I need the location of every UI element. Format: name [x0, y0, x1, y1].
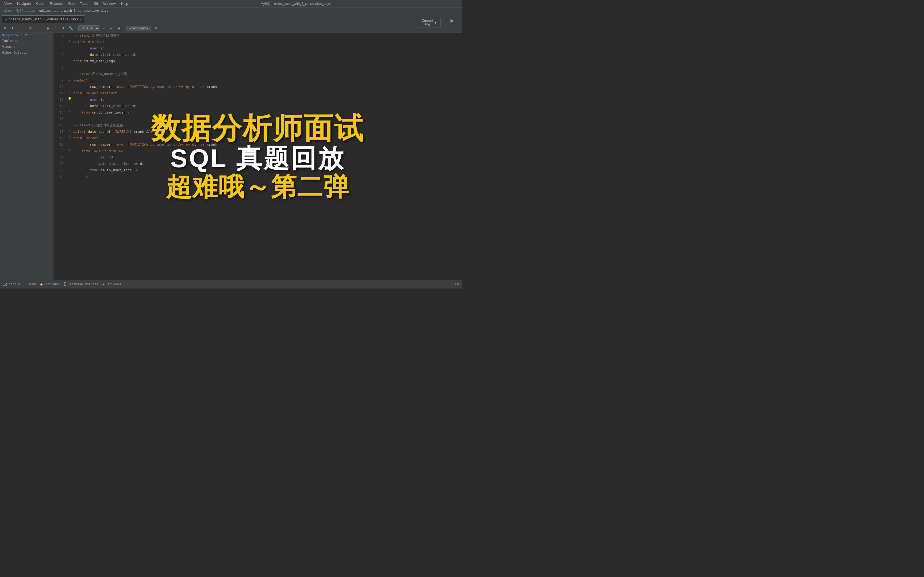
menu-git[interactable]: Git [91, 1, 100, 6]
db-changes-label: Database Changes [68, 283, 99, 286]
fold-icon-20[interactable]: ▼ [69, 148, 71, 153]
toolbar-table[interactable]: ⊞ [153, 25, 159, 31]
code-line-6: 6 from cm.tb_user_logs [53, 58, 462, 64]
toolbar-wrench[interactable]: 🔧 [68, 25, 74, 31]
playground-chevron: ▾ [147, 26, 149, 30]
fold-icon-9[interactable]: ▼ [73, 79, 75, 82]
toolbar-circle[interactable]: ● [60, 25, 66, 31]
code-line-24: 24 ) b; [53, 174, 462, 180]
status-encoding[interactable]: ▾ cm [451, 282, 459, 286]
secondary-toolbar: ≡ ⬇ ⬆ ⚙ ─ ▶ ⏱ ● 🔧 Tx: Auto ✓ ↩ ◼ Playgro… [0, 24, 462, 32]
code-line-18: 18 ▼ from (select *, [53, 135, 462, 142]
breadcrumb-bar: roles / MySQLLocal / online_users_with_3… [0, 8, 462, 15]
code-line-3: 3 ▼ select distinct [53, 39, 462, 45]
tab-main[interactable]: ◈ online_users_with_3_consecutive_days ✕ [2, 16, 85, 23]
toolbar-revert[interactable]: ↩ [108, 25, 115, 31]
menu-help[interactable]: Help [119, 1, 131, 6]
sidebar-header: MySQLLocal 1 of 5 [0, 32, 53, 38]
sidebar-section-tables[interactable]: Tables 6 [0, 38, 53, 44]
problems-dot [40, 284, 42, 285]
toolbar-run-btn[interactable]: ▶ [45, 25, 51, 31]
toolbar-stop[interactable]: ◼ [116, 25, 122, 31]
sidebar-section-views[interactable]: Views 1 [0, 44, 53, 50]
toolbar-btn-1[interactable]: ≡ [2, 25, 8, 31]
window-title: MySQL - online_users_with_3_consecutive_… [131, 2, 460, 6]
code-line-2: 2 -- step1:用户登录日期去重 [53, 32, 462, 39]
fold-icon-14[interactable]: ▼ [69, 110, 71, 114]
code-line-4: 4 user_id, [53, 45, 462, 52]
services-icon: ▶ [103, 282, 105, 286]
tab-toolbar: ◈ online_users_with_3_consecutive_days ✕… [0, 15, 462, 24]
current-file-chevron: ▾ [435, 21, 436, 24]
status-services[interactable]: ▶ Services [103, 282, 121, 286]
sidebar-tables-count: 6 [15, 40, 17, 43]
menu-refactor[interactable]: Refactor [48, 1, 65, 6]
breadcrumb-file[interactable]: online_users_with_3_consecutive_days [39, 9, 108, 13]
status-git[interactable]: ⎇ ctrl+o [3, 282, 20, 287]
status-todo[interactable]: ☰ TODO [24, 282, 36, 286]
code-line-17: 17 ▼ select date_sub(dt, INTERVAL xrank … [53, 129, 462, 135]
code-line-8: 8 -- step2:用row_number()计数 [53, 71, 462, 77]
playground-label: Playground [129, 26, 146, 30]
menu-view[interactable]: View [2, 1, 14, 6]
code-line-5: 5 date(visit_time) as dt [53, 52, 462, 58]
editor-container: 2 -- step1:用户登录日期去重 3 ▼ select distinct … [53, 32, 462, 280]
menu-navigate[interactable]: Navigate [15, 1, 33, 6]
tx-select[interactable]: Tx: Auto [78, 25, 99, 31]
toolbar-sep-4 [124, 26, 124, 31]
git-icon: ⎇ [3, 282, 8, 287]
sidebar-connection: MySQLLocal [2, 34, 20, 37]
toolbar-sep-1 [25, 26, 26, 31]
menu-code[interactable]: Code [34, 1, 47, 6]
problems-label: Problems [44, 283, 59, 286]
services-label: Services [106, 283, 121, 286]
fold-icon-3[interactable]: ▼ [69, 39, 71, 44]
playground-button[interactable]: Playground ▾ [126, 26, 151, 31]
code-line-23: 23 from cm.tb_user_logs) a [53, 167, 462, 174]
code-line-19: 19 row_number() over (PARTITION by user_… [53, 142, 462, 148]
current-file-label: Current File [422, 18, 433, 26]
menu-run[interactable]: Run [66, 1, 77, 6]
tab-label: online_users_with_3_consecutive_days [9, 18, 78, 21]
db-icon: 🗄 [63, 282, 66, 286]
code-line-7: 7 [53, 64, 462, 71]
menu-window[interactable]: Window [101, 1, 118, 6]
tab-bar: ◈ online_users_with_3_consecutive_days ✕ [2, 16, 85, 23]
toolbar-btn-2[interactable]: ⬇ [10, 25, 16, 31]
fold-icon-11[interactable]: ▼ [69, 90, 71, 95]
sidebar-tables-label: Tables [2, 39, 14, 43]
toolbar-clock[interactable]: ⏱ [53, 25, 59, 31]
code-line-14: 14 ▼ from cm.tb_user_logs) a; [53, 110, 462, 116]
toolbar-btn-3[interactable]: ⬆ [17, 25, 23, 31]
code-line-20: 20 ▼ from (select distinct [53, 148, 462, 155]
status-bar: ⎇ ctrl+o ☰ TODO Problems 🗄 Database Chan… [0, 280, 462, 288]
sidebar-views-count: 1 [13, 45, 15, 48]
fold-icon-18[interactable]: ▼ [69, 135, 71, 140]
code-line-15: 15 [53, 116, 462, 122]
sidebar-other-label: Other Objects [2, 51, 27, 55]
toolbar-settings[interactable]: ⚙ [27, 25, 34, 31]
status-db-changes[interactable]: 🗄 Database Changes [63, 282, 99, 286]
status-problems[interactable]: Problems [40, 283, 59, 286]
check-icon-9: ✓ [68, 77, 71, 83]
encoding-label: ▾ cm [451, 282, 459, 286]
code-line-16: 16 -- step3:日期差消除连续差值 [53, 122, 462, 129]
sidebar: MySQLLocal 1 of 5 Tables 6 Views 1 Other… [0, 32, 53, 280]
code-editor[interactable]: 2 -- step1:用户登录日期去重 3 ▼ select distinct … [53, 32, 462, 280]
menu-bar: View Navigate Code Refactor Run Tools Gi… [0, 0, 462, 8]
breadcrumb-roles[interactable]: roles [2, 9, 12, 13]
main-layout: MySQLLocal 1 of 5 Tables 6 Views 1 Other… [0, 32, 462, 280]
top-bar-right: Current File ▾ ▶ [456, 15, 462, 18]
fold-icon-17[interactable]: ▼ [69, 129, 71, 134]
tab-close-btn[interactable]: ✕ [80, 18, 81, 21]
current-file-button[interactable]: Current File ▾ [418, 17, 441, 28]
toolbar-check[interactable]: ✓ [101, 25, 107, 31]
sidebar-section-other[interactable]: Other Objects [0, 50, 53, 56]
code-line-21: 21 user_id, [53, 155, 462, 161]
toolbar-minimize[interactable]: ─ [35, 25, 41, 31]
editor-area: 2 -- step1:用户登录日期去重 3 ▼ select distinct … [53, 32, 462, 280]
menu-tools[interactable]: Tools [78, 1, 90, 6]
run-button[interactable]: ▶ [451, 17, 454, 24]
todo-label: TODO [28, 283, 36, 286]
breadcrumb-mysqllocal[interactable]: MySQLLocal [16, 9, 35, 13]
